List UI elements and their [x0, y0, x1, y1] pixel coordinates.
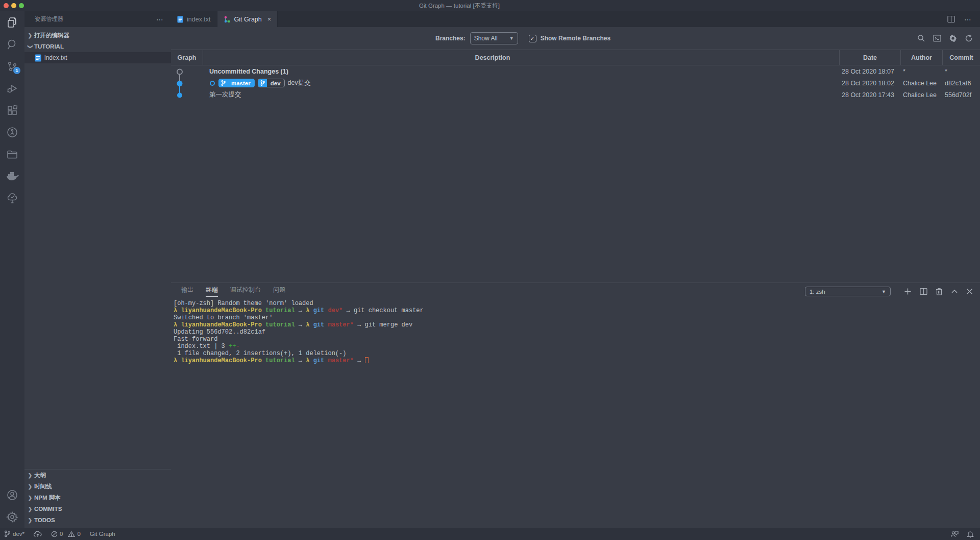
chevron-right-icon: ❯ [26, 506, 34, 512]
chevron-right-icon: ❯ [26, 518, 34, 523]
branch-icon [258, 79, 267, 87]
panel-tab-输出[interactable]: 输出 [181, 284, 193, 296]
commit-row[interactable]: Uncommitted Changes (1)28 Oct 2020 18:07… [171, 65, 980, 77]
sidebar-section[interactable]: ❯COMMITS [24, 503, 171, 514]
activity-bar-run-debug[interactable] [0, 77, 24, 99]
terminal-cursor [365, 357, 369, 363]
maximize-panel-icon[interactable] [951, 288, 958, 295]
tab-index-txt[interactable]: index.txt [171, 11, 217, 27]
tab-git-graph[interactable]: Git Graph × [217, 11, 278, 27]
activity-bar-search[interactable] [0, 33, 24, 55]
git-graph-toolbar: Branches: Show All ▼ ✓ Show Remote Branc… [171, 27, 980, 50]
cloud-upload-icon [34, 531, 42, 537]
sidebar-explorer: 资源管理器 ⋯ ❯ 打开的编辑器 ❯ TUTORIAL index.txt ❯大… [24, 11, 171, 528]
branch-badge[interactable]: dev [258, 79, 285, 87]
title-bar: Git Graph — tutorial [不受支持] [0, 0, 980, 11]
commit-hash: * [943, 68, 980, 75]
terminal-line: Fast-forward [174, 336, 980, 343]
warnings-icon [68, 531, 75, 537]
branch-indicator[interactable]: dev* [4, 530, 24, 537]
chevron-right-icon: ❯ [26, 495, 34, 501]
kill-terminal-trash-icon[interactable] [936, 288, 943, 295]
activity-bar-git-history[interactable] [0, 121, 24, 143]
sidebar-bottom-sections: ❯大纲❯时间线❯NPM 脚本❯COMMITS❯TODOS [24, 469, 171, 528]
window-title: Git Graph — tutorial [不受支持] [0, 2, 919, 10]
activity-bar-account[interactable] [0, 484, 24, 506]
column-header-author[interactable]: Author [901, 50, 943, 65]
sidebar-section-tutorial[interactable]: ❯ TUTORIAL [24, 41, 171, 52]
activity-bar-remote-explorer[interactable] [0, 143, 24, 165]
commit-hash: d82c1af6 [943, 80, 980, 87]
split-terminal-icon[interactable] [920, 288, 927, 295]
commit-message: 第一次提交 [209, 90, 241, 99]
commit-date: 28 Oct 2020 17:43 [840, 91, 901, 99]
chevron-down-icon: ▼ [509, 36, 514, 41]
close-tab-icon[interactable]: × [267, 15, 272, 23]
sidebar-file-index-txt[interactable]: index.txt [24, 52, 171, 63]
activity-bar-docker[interactable] [0, 165, 24, 187]
git-graph-status-item[interactable]: Git Graph [90, 531, 115, 537]
sidebar-section[interactable]: ❯时间线 [24, 481, 171, 492]
terminal-output[interactable]: [oh-my-zsh] Random theme 'norm' loadedλ … [171, 297, 980, 364]
commit-table: Graph Description Date Author Commit Unc… [171, 50, 980, 101]
file-name: index.txt [44, 54, 67, 61]
commit-hash: 556d702f [943, 91, 980, 99]
commit-table-header: Graph Description Date Author Commit [171, 50, 980, 65]
activity-bar: 1 [0, 11, 24, 528]
commit-author: Chalice Lee [901, 80, 943, 87]
sidebar-section[interactable]: ❯NPM 脚本 [24, 492, 171, 503]
notifications-bell-icon[interactable] [967, 530, 974, 538]
commit-row[interactable]: masterdevdev提交28 Oct 2020 18:02Chalice L… [171, 77, 980, 89]
column-header-graph[interactable]: Graph [171, 50, 203, 65]
column-header-description[interactable]: Description [203, 50, 840, 65]
commit-date: 28 Oct 2020 18:02 [840, 80, 901, 87]
sidebar-header: 资源管理器 ⋯ [24, 11, 171, 27]
column-header-date[interactable]: Date [840, 50, 901, 65]
panel-tab-终端[interactable]: 终端 [206, 284, 218, 297]
panel-actions: 1: zsh ▼ [805, 287, 973, 296]
terminal-line: λ liyanhuandeMacBook-Pro tutorial → λ gi… [174, 321, 980, 328]
activity-bar-test-explorer[interactable] [0, 187, 24, 209]
activity-bar-explorer[interactable] [0, 11, 24, 33]
sidebar-more-actions-icon[interactable]: ⋯ [156, 15, 164, 24]
sidebar-title: 资源管理器 [35, 15, 156, 23]
sidebar-section-open-editors[interactable]: ❯ 打开的编辑器 [24, 30, 171, 41]
sidebar-section[interactable]: ❯TODOS [24, 514, 171, 526]
sync-changes-button[interactable] [34, 531, 42, 537]
panel-tab-调试控制台[interactable]: 调试控制台 [230, 284, 261, 296]
head-indicator-icon [209, 80, 215, 86]
new-terminal-icon[interactable] [904, 288, 912, 295]
terminal-line: 1 file changed, 2 insertions(+), 1 delet… [174, 350, 980, 357]
activity-bar-source-control[interactable]: 1 [0, 55, 24, 77]
chevron-right-icon: ❯ [26, 33, 34, 38]
split-editor-icon[interactable] [947, 15, 955, 23]
terminal-icon[interactable] [933, 34, 941, 42]
refresh-icon[interactable] [965, 34, 973, 42]
branches-dropdown[interactable]: Show All ▼ [470, 32, 518, 44]
feedback-icon[interactable] [950, 530, 959, 537]
activity-bar-extensions[interactable] [0, 99, 24, 121]
chevron-down-icon: ❯ [28, 42, 33, 51]
panel-tab-问题[interactable]: 问题 [273, 284, 285, 296]
scm-badge: 1 [13, 67, 20, 74]
file-icon [35, 54, 41, 62]
commit-message: dev提交 [288, 79, 311, 87]
commit-date: 28 Oct 2020 18:07 [840, 68, 901, 75]
search-icon[interactable] [917, 34, 925, 42]
show-remote-branches-checkbox[interactable]: ✓ [529, 35, 536, 42]
sidebar-section[interactable]: ❯大纲 [24, 469, 171, 481]
status-bar: dev* 0 0 Git Graph [0, 528, 980, 540]
commit-row[interactable]: 第一次提交28 Oct 2020 17:43Chalice Lee556d702… [171, 89, 980, 101]
terminal-select[interactable]: 1: zsh ▼ [805, 287, 891, 296]
branch-badge[interactable]: master [218, 79, 255, 87]
problems-indicator[interactable]: 0 0 [51, 531, 81, 537]
activity-bar-settings[interactable] [0, 506, 24, 528]
editor-more-actions-icon[interactable]: ⋯ [964, 15, 972, 24]
settings-gear-icon[interactable] [949, 34, 957, 42]
chevron-down-icon: ▼ [881, 289, 886, 294]
file-icon [177, 16, 183, 23]
close-panel-icon[interactable] [966, 288, 973, 295]
terminal-line: index.txt | 3 ++- [174, 343, 980, 350]
commit-author: Chalice Lee [901, 91, 943, 99]
column-header-commit[interactable]: Commit [943, 50, 980, 65]
